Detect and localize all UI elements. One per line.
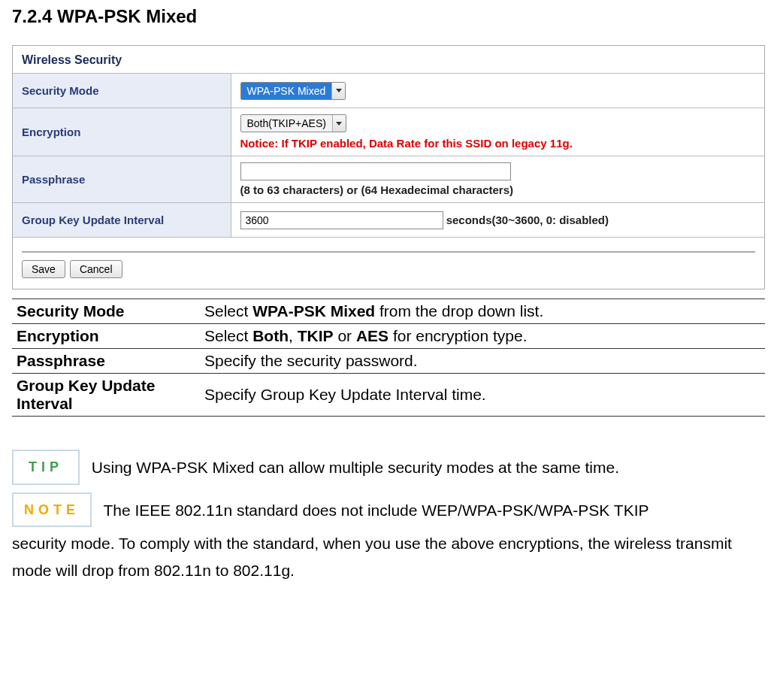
desc-value-group-key: Specify Group Key Update Interval time. [200,374,765,417]
config-form-table: Security Mode WPA-PSK Mixed Encryption B… [13,73,764,238]
label-security-mode: Security Mode [13,74,231,108]
row-security-mode: Security Mode WPA-PSK Mixed [13,74,764,108]
panel-title: Wireless Security [13,46,764,73]
desc-label-security-mode: Security Mode [12,299,200,324]
row-group-key: Group Key Update Interval seconds(30~360… [13,203,764,238]
desc-row-security-mode: Security Mode Select WPA-PSK Mixed from … [12,299,765,324]
row-encryption: Encryption Both(TKIP+AES) Notice: If TKI… [13,108,764,156]
desc-value-security-mode: Select WPA-PSK Mixed from the drop down … [200,299,765,324]
encryption-select[interactable]: Both(TKIP+AES) [240,114,346,132]
encryption-notice: Notice: If TKIP enabled, Data Rate for t… [240,137,756,150]
desc-label-encryption: Encryption [12,324,200,349]
notes-block: TIP Using WPA-PSK Mixed can allow multip… [12,450,765,584]
security-mode-select[interactable]: WPA-PSK Mixed [240,82,346,100]
row-passphrase: Passphrase (8 to 63 characters) or (64 H… [13,156,764,203]
desc-row-encryption: Encryption Select Both, TKIP or AES for … [12,324,765,349]
tip-line: TIP Using WPA-PSK Mixed can allow multip… [12,450,765,488]
desc-row-passphrase: Passphrase Specify the security password… [12,349,765,374]
note-text-part1: The IEEE 802.11n standard does not inclu… [103,501,649,518]
save-button[interactable]: Save [22,260,65,278]
desc-label-passphrase: Passphrase [12,349,200,374]
note-badge-icon: NOTE [12,492,92,528]
description-table: Security Mode Select WPA-PSK Mixed from … [12,298,765,417]
note-text-part2: security mode. To comply with the standa… [12,530,765,583]
button-row: Save Cancel [13,260,764,289]
tip-text: Using WPA-PSK Mixed can allow multiple s… [92,459,619,476]
passphrase-input[interactable] [240,162,511,180]
label-group-key: Group Key Update Interval [13,203,231,238]
chevron-down-icon [331,83,345,99]
desc-row-group-key: Group Key Update Interval Specify Group … [12,374,765,417]
section-heading: 7.2.4 WPA-PSK Mixed [12,6,765,27]
passphrase-hint: (8 to 63 characters) or (64 Hexadecimal … [240,183,756,196]
note-line: NOTE The IEEE 802.11n standard does not … [12,492,765,531]
chevron-down-icon [332,115,346,132]
group-key-suffix: seconds(30~3600, 0: disabled) [446,214,609,226]
label-passphrase: Passphrase [13,156,231,203]
config-panel-screenshot: Wireless Security Security Mode WPA-PSK … [12,45,765,289]
encryption-value: Both(TKIP+AES) [241,115,332,132]
divider [22,251,755,253]
group-key-input[interactable] [240,211,443,229]
desc-value-encryption: Select Both, TKIP or AES for encryption … [200,324,765,349]
label-encryption: Encryption [13,108,231,156]
security-mode-value: WPA-PSK Mixed [241,83,332,99]
desc-label-group-key: Group Key Update Interval [12,374,200,417]
cancel-button[interactable]: Cancel [70,260,122,278]
desc-value-passphrase: Specify the security password. [200,349,765,374]
tip-badge-icon: TIP [12,450,80,485]
